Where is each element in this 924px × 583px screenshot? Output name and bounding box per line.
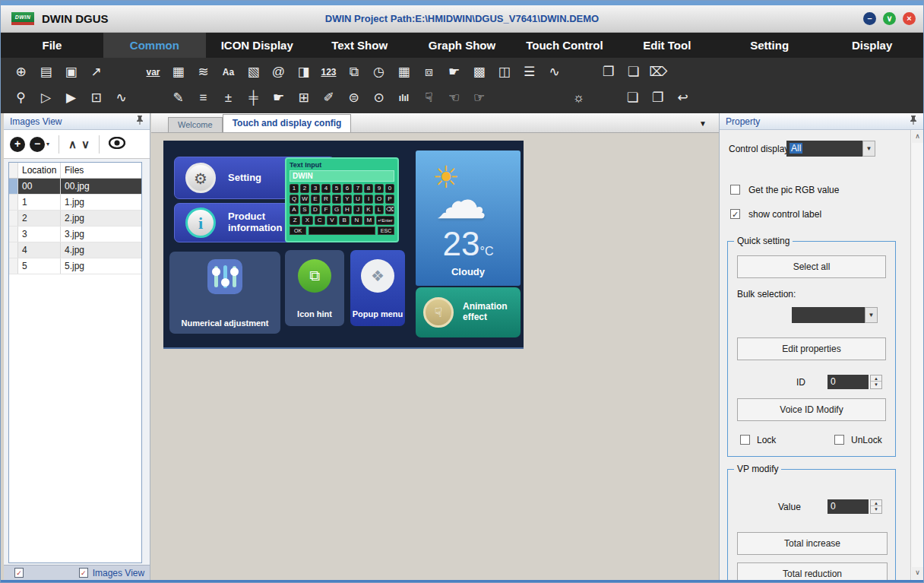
demo-animation-effect-tile[interactable]: ☟ Animation effect <box>416 287 521 337</box>
slider-config-icon[interactable]: ≋ <box>191 60 216 84</box>
copy-page-icon[interactable]: ❏ <box>620 86 645 110</box>
plus-minus-icon[interactable]: ± <box>216 86 241 110</box>
shape-overlay-icon[interactable]: ⧈ <box>416 60 441 84</box>
remove-options-caret-icon[interactable]: ▾ <box>46 141 49 147</box>
edit-document-icon[interactable]: ✎ <box>166 86 191 110</box>
property-scrollbar[interactable]: ∧ ∨ <box>910 130 923 580</box>
image-row-00[interactable]: 0000.jpg <box>9 179 141 195</box>
image-display-icon[interactable]: ▧ <box>241 60 266 84</box>
control-display-caret-icon[interactable]: ▼ <box>862 141 875 157</box>
close-button[interactable]: × <box>903 12 916 25</box>
value-spinner[interactable]: ▲▼ <box>870 499 882 514</box>
pin-icon[interactable] <box>910 115 917 128</box>
file-search-icon[interactable]: ⚲ <box>8 86 33 110</box>
adjust-icon[interactable]: ╪ <box>241 86 266 110</box>
demo-icon-hint-tile[interactable]: ⧉ Icon hint <box>285 250 344 326</box>
total-increase-button[interactable]: Total increase <box>737 532 888 555</box>
menu-item-touch-control[interactable]: Touch Control <box>513 33 615 58</box>
screen-preview-icon[interactable]: ⊡ <box>84 86 109 110</box>
clock-display-icon[interactable]: ◷ <box>366 60 391 84</box>
move-down-button[interactable]: ∨ <box>81 138 90 151</box>
preview-image-button[interactable] <box>109 137 125 152</box>
touch-form-icon[interactable]: ☛ <box>441 60 467 84</box>
delete-icon[interactable]: ⌦ <box>646 60 671 84</box>
copy-icon[interactable]: ❐ <box>596 60 621 84</box>
text-display-icon[interactable]: Aa <box>216 60 241 84</box>
move-up-button[interactable]: ∧ <box>68 138 77 151</box>
date-display-icon[interactable]: ▦ <box>391 60 416 84</box>
qrcode-icon[interactable]: ▩ <box>467 60 492 84</box>
demo-weather-tile[interactable]: ☀ ☁ 23°C Cloudy <box>416 151 521 286</box>
touch-press-icon[interactable]: ☛ <box>266 86 291 110</box>
dock-tab-0[interactable]: ✓ <box>14 568 49 578</box>
bulk-selection-combobox[interactable] <box>792 307 865 323</box>
menu-item-edit-tool[interactable]: Edit Tool <box>615 33 718 58</box>
minimize-button[interactable]: – <box>863 12 876 25</box>
paste-icon[interactable]: ❏ <box>621 60 646 84</box>
get-rgb-checkbox[interactable] <box>730 185 740 195</box>
spin-up-icon[interactable]: ▲ <box>871 375 881 382</box>
pin-icon[interactable] <box>136 115 144 128</box>
image-animation-icon[interactable]: ◫ <box>492 60 517 84</box>
disk-search-icon[interactable]: ⊙ <box>366 86 391 110</box>
save-icon[interactable]: ▤ <box>33 60 59 84</box>
duplicate-page-icon[interactable]: ❐ <box>645 86 670 110</box>
curve-icon[interactable]: ∿ <box>109 86 134 110</box>
tab-list-caret-icon[interactable]: ▼ <box>699 119 707 128</box>
demo-popup-menu-tile[interactable]: ❖ Popup menu <box>350 250 405 326</box>
value-spinbox[interactable]: 0 <box>827 499 869 514</box>
menu-item-graph-show[interactable]: Graph Show <box>411 33 514 58</box>
frame-animation-icon[interactable]: ▦ <box>166 60 191 84</box>
text-file-icon[interactable]: ⧉ <box>341 60 366 84</box>
bulk-selection-caret-icon[interactable]: ▼ <box>865 307 878 323</box>
bullet-list-icon[interactable]: ≡ <box>191 86 216 110</box>
menu-item-icon-display[interactable]: ICON Display <box>206 33 309 58</box>
unlock-checkbox[interactable] <box>834 435 844 445</box>
spin-up-icon[interactable]: ▲ <box>871 500 881 506</box>
scroll-up-icon[interactable]: ∧ <box>912 131 923 143</box>
add-image-button[interactable]: + <box>10 137 25 152</box>
show-control-label-checkbox[interactable]: ✓ <box>730 209 740 219</box>
variable-icon[interactable]: var <box>141 60 166 84</box>
undo-icon[interactable]: ↩ <box>670 86 695 110</box>
curve-display-icon[interactable]: ∿ <box>542 60 567 84</box>
edit-properties-button[interactable]: Edit properties <box>737 337 886 360</box>
scroll-down-icon[interactable]: ∨ <box>912 567 923 579</box>
table-icon[interactable]: ⊞ <box>291 86 316 110</box>
text-scroll-icon[interactable]: ⊜ <box>341 86 366 110</box>
spin-down-icon[interactable]: ▼ <box>871 506 881 512</box>
new-file-icon[interactable]: ⊕ <box>8 60 33 84</box>
design-canvas[interactable]: ⚙ Setting i Product information Numerica… <box>163 141 524 349</box>
drag-gesture-icon[interactable]: ☞ <box>467 86 492 110</box>
export-icon[interactable]: ↗ <box>84 60 109 84</box>
image-row-1[interactable]: 11.jpg <box>9 195 141 211</box>
image-row-2[interactable]: 22.jpg <box>9 211 141 227</box>
voice-id-modify-button[interactable]: Voice ID Modify <box>737 398 886 421</box>
image-row-4[interactable]: 44.jpg <box>9 242 141 258</box>
tab-touch-and-display-config[interactable]: Touch and display config <box>223 114 352 132</box>
id-spinbox[interactable]: 0 <box>827 375 869 389</box>
number-display-icon[interactable]: 123 <box>316 60 341 84</box>
menu-item-text-show[interactable]: Text Show <box>309 33 411 58</box>
image-row-3[interactable]: 33.jpg <box>9 227 141 242</box>
at-symbol-icon[interactable]: @ <box>266 60 291 84</box>
dock-tab-images-view[interactable]: ✓Images View <box>79 568 144 578</box>
pencil-icon[interactable]: ✐ <box>316 86 341 110</box>
press-gesture-icon[interactable]: ☟ <box>416 86 441 110</box>
menu-item-common[interactable]: Common <box>103 33 206 58</box>
audio-icon[interactable]: ılıl <box>391 86 416 110</box>
image-row-5[interactable]: 55.jpg <box>9 258 141 274</box>
lock-checkbox[interactable] <box>740 435 750 445</box>
menu-item-display[interactable]: Display <box>821 33 923 58</box>
slide-gesture-icon[interactable]: ☜ <box>441 86 467 110</box>
print-icon[interactable]: ▣ <box>59 60 84 84</box>
demo-numerical-adjustment-tile[interactable]: Numerical adjustment <box>169 252 280 334</box>
play-icon[interactable]: ▷ <box>33 86 59 110</box>
maximize-button[interactable]: ∨ <box>883 12 896 25</box>
demo-text-input-panel[interactable]: Text Input DWIN 1234567890QWERTYUIOPASDF… <box>285 157 399 242</box>
id-spinner[interactable]: ▲▼ <box>870 375 882 389</box>
spin-down-icon[interactable]: ▼ <box>871 382 881 388</box>
brightness-icon[interactable]: ☼ <box>566 86 591 110</box>
remove-image-button[interactable]: − <box>30 137 45 152</box>
data-window-icon[interactable]: ☰ <box>517 60 542 84</box>
